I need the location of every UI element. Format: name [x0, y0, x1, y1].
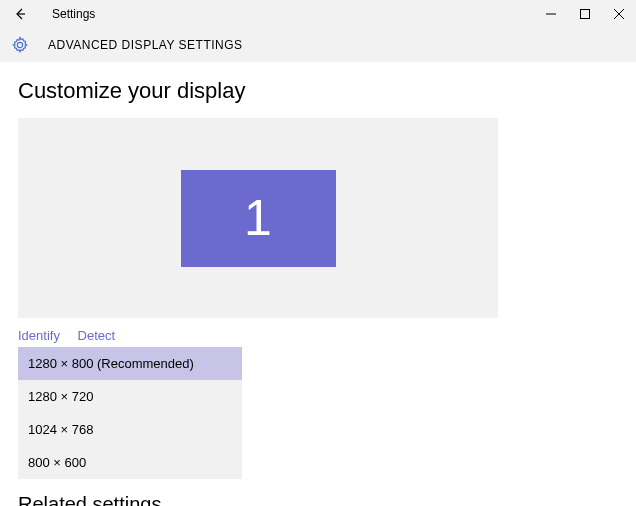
page-subtitle: Advanced Display Settings — [48, 38, 243, 52]
resolution-option[interactable]: 1024 × 768 — [18, 413, 242, 446]
arrow-left-icon — [13, 7, 27, 21]
back-button[interactable] — [8, 2, 32, 26]
maximize-icon — [580, 9, 590, 19]
related-settings-heading: Related settings — [18, 493, 618, 506]
minimize-button[interactable] — [534, 0, 568, 28]
display-links: Identify Detect — [18, 328, 618, 343]
page-heading: Customize your display — [18, 78, 618, 104]
monitor-1-tile[interactable]: 1 — [181, 170, 336, 267]
resolution-option[interactable]: 1280 × 800 (Recommended) — [18, 347, 242, 380]
identify-link[interactable]: Identify — [18, 328, 60, 343]
content-area: Customize your display 1 Identify Detect… — [0, 62, 636, 506]
close-button[interactable] — [602, 0, 636, 28]
gear-icon — [8, 33, 32, 57]
detect-link[interactable]: Detect — [78, 328, 116, 343]
subtitle-bar: Advanced Display Settings — [0, 28, 636, 62]
maximize-button[interactable] — [568, 0, 602, 28]
titlebar: Settings — [0, 0, 636, 28]
resolution-option[interactable]: 1280 × 720 — [18, 380, 242, 413]
window-title: Settings — [52, 7, 95, 21]
minimize-icon — [546, 9, 556, 19]
resolution-option[interactable]: 800 × 600 — [18, 446, 242, 479]
svg-rect-2 — [581, 10, 590, 19]
resolution-list[interactable]: 1280 × 800 (Recommended) 1280 × 720 1024… — [18, 347, 242, 479]
display-preview: 1 — [18, 118, 498, 318]
close-icon — [614, 9, 624, 19]
window-controls — [534, 0, 636, 28]
